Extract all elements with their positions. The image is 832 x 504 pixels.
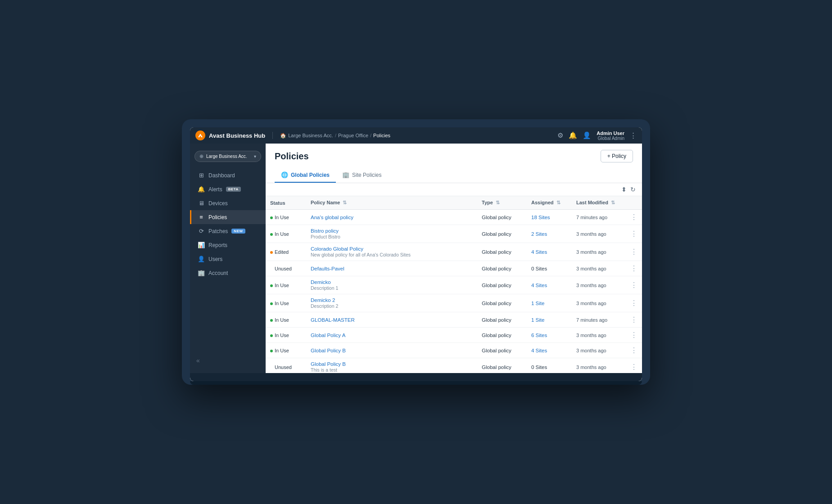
type-cell: Global policy — [477, 343, 527, 358]
tab-site-policies[interactable]: 🏢 Site Policies — [336, 168, 388, 183]
actions-cell[interactable]: ⋮ — [626, 312, 642, 328]
settings-icon[interactable]: ⚙ — [557, 131, 563, 140]
modified-time: 3 months ago — [576, 249, 606, 255]
chevron-down-icon: ▾ — [254, 154, 256, 159]
name-cell: Bistro policyProduct Bistro — [306, 225, 477, 243]
policy-name-link[interactable]: Global Policy A — [311, 333, 345, 338]
actions-cell[interactable]: ⋮ — [626, 328, 642, 343]
row-menu-button[interactable]: ⋮ — [630, 299, 638, 307]
screen: Avast Business Hub 🏠 Large Business Acc.… — [190, 127, 642, 381]
policy-name-link[interactable]: Defaults-Pavel — [311, 266, 344, 271]
modified-time: 7 minutes ago — [576, 215, 607, 220]
sidebar-item-account[interactable]: 🏢 Account — [190, 266, 266, 280]
assigned-link[interactable]: 4 Sites — [531, 249, 547, 255]
row-menu-button[interactable]: ⋮ — [630, 281, 638, 289]
table-row[interactable]: In Use Bistro policyProduct Bistro Globa… — [266, 225, 642, 243]
refresh-icon[interactable]: ↻ — [630, 186, 636, 193]
collapse-icon: « — [196, 357, 200, 364]
modified-cell: 3 months ago — [572, 358, 626, 374]
add-policy-button[interactable]: + Policy — [601, 150, 633, 162]
assigned-link[interactable]: 2 Sites — [531, 231, 547, 237]
assigned-link[interactable]: 1 Site — [531, 317, 544, 323]
assigned-link[interactable]: 18 Sites — [531, 215, 550, 220]
policy-desc: Product Bistro — [311, 234, 473, 239]
policy-name-link[interactable]: Demicko 2 — [311, 297, 335, 303]
row-menu-button[interactable]: ⋮ — [630, 331, 638, 339]
sidebar-item-reports[interactable]: 📊 Reports — [190, 238, 266, 252]
status-dot — [270, 350, 273, 352]
actions-cell[interactable]: ⋮ — [626, 225, 642, 243]
policy-name-link[interactable]: Global Policy B — [311, 361, 346, 367]
assigned-link[interactable]: 4 Sites — [531, 283, 547, 288]
col-header-type[interactable]: Type ⇅ — [477, 196, 527, 210]
actions-cell[interactable]: ⋮ — [626, 294, 642, 312]
table-row[interactable]: In Use Global Policy B Global policy 4 S… — [266, 343, 642, 358]
menu-icon[interactable]: ⋮ — [630, 131, 637, 140]
row-menu-button[interactable]: ⋮ — [630, 346, 638, 354]
actions-cell[interactable]: ⋮ — [626, 343, 642, 358]
row-menu-button[interactable]: ⋮ — [630, 363, 638, 371]
modified-time: 7 minutes ago — [576, 317, 607, 323]
table-row[interactable]: Unused Global Policy BThis is a test Glo… — [266, 358, 642, 374]
table-row[interactable]: In Use DemickoDescription 1 Global polic… — [266, 276, 642, 294]
users-icon: 👤 — [198, 256, 205, 262]
row-menu-button[interactable]: ⋮ — [630, 248, 638, 256]
actions-cell[interactable]: ⋮ — [626, 261, 642, 276]
table-row[interactable]: In Use GLOBAL-MASTER Global policy 1 Sit… — [266, 312, 642, 328]
status-dot — [270, 302, 273, 305]
row-menu-button[interactable]: ⋮ — [630, 316, 638, 324]
col-header-modified[interactable]: Last Modified ⇅ — [572, 196, 626, 210]
notification-icon[interactable]: 🔔 — [569, 131, 577, 140]
policy-name-link[interactable]: Ana's global policy — [311, 215, 353, 220]
policy-name-link[interactable]: Bistro policy — [311, 228, 339, 234]
sidebar-collapse-button[interactable]: « — [190, 352, 266, 369]
name-cell: Defaults-Pavel — [306, 261, 477, 276]
tab-global-policies[interactable]: 🌐 Global Policies — [275, 168, 336, 183]
table-header-row: Status Policy Name ⇅ Type ⇅ Assigned ⇅ L… — [266, 196, 642, 210]
breadcrumb-current: Policies — [373, 133, 390, 138]
breadcrumb-account[interactable]: Large Business Acc. — [288, 133, 333, 138]
table-row[interactable]: In Use Ana's global policy Global policy… — [266, 210, 642, 225]
main-layout: ⊕ Large Business Acc. ▾ ⊞ Dashboard 🔔 Al… — [190, 144, 642, 373]
sidebar-item-users[interactable]: 👤 Users — [190, 252, 266, 266]
assigned-cell: 2 Sites — [527, 225, 572, 243]
actions-cell[interactable]: ⋮ — [626, 210, 642, 225]
sidebar-item-alerts[interactable]: 🔔 Alerts BETA — [190, 182, 266, 196]
policy-name-link[interactable]: Colorado Global Policy — [311, 246, 363, 252]
sidebar-item-patches[interactable]: ⟳ Patches NEW — [190, 224, 266, 238]
actions-cell[interactable]: ⋮ — [626, 358, 642, 374]
table-row[interactable]: In Use Demicko 2Description 2 Global pol… — [266, 294, 642, 312]
type-cell: Global policy — [477, 225, 527, 243]
sidebar-item-devices[interactable]: 🖥 Devices — [190, 196, 266, 210]
filter-icon[interactable]: ⬍ — [621, 186, 627, 193]
policy-name-link[interactable]: Global Policy B — [311, 348, 346, 353]
assigned-link[interactable]: 6 Sites — [531, 333, 547, 338]
modified-time: 3 months ago — [576, 348, 606, 353]
table-row[interactable]: In Use Global Policy A Global policy 6 S… — [266, 328, 642, 343]
row-menu-button[interactable]: ⋮ — [630, 230, 638, 238]
actions-cell[interactable]: ⋮ — [626, 276, 642, 294]
row-menu-button[interactable]: ⋮ — [630, 213, 638, 221]
table-row[interactable]: Unused Defaults-Pavel Global policy 0 Si… — [266, 261, 642, 276]
type-cell: Global policy — [477, 294, 527, 312]
row-menu-button[interactable]: ⋮ — [630, 265, 638, 272]
table-wrapper: ⬍ ↻ Status Policy Name ⇅ Type ⇅ Assigned… — [266, 183, 642, 373]
sidebar-item-policies[interactable]: ≡ Policies — [190, 210, 266, 224]
table-row[interactable]: Edited Colorado Global PolicyNew global … — [266, 243, 642, 261]
sidebar-item-dashboard[interactable]: ⊞ Dashboard — [190, 168, 266, 182]
col-header-name[interactable]: Policy Name ⇅ — [306, 196, 477, 210]
status-text: Unused — [275, 364, 292, 370]
top-bar: Avast Business Hub 🏠 Large Business Acc.… — [190, 127, 642, 144]
assigned-link[interactable]: 1 Site — [531, 301, 544, 306]
name-cell: GLOBAL-MASTER — [306, 312, 477, 328]
assigned-cell: 0 Sites — [527, 358, 572, 374]
col-header-assigned[interactable]: Assigned ⇅ — [527, 196, 572, 210]
assigned-link[interactable]: 4 Sites — [531, 348, 547, 353]
policy-name-link[interactable]: GLOBAL-MASTER — [311, 317, 355, 323]
breadcrumb-office[interactable]: Prague Office — [338, 133, 368, 138]
name-cell: Ana's global policy — [306, 210, 477, 225]
policy-name-link[interactable]: Demicko — [311, 279, 331, 285]
account-selector[interactable]: ⊕ Large Business Acc. ▾ — [194, 151, 261, 162]
type-cell: Global policy — [477, 312, 527, 328]
actions-cell[interactable]: ⋮ — [626, 243, 642, 261]
